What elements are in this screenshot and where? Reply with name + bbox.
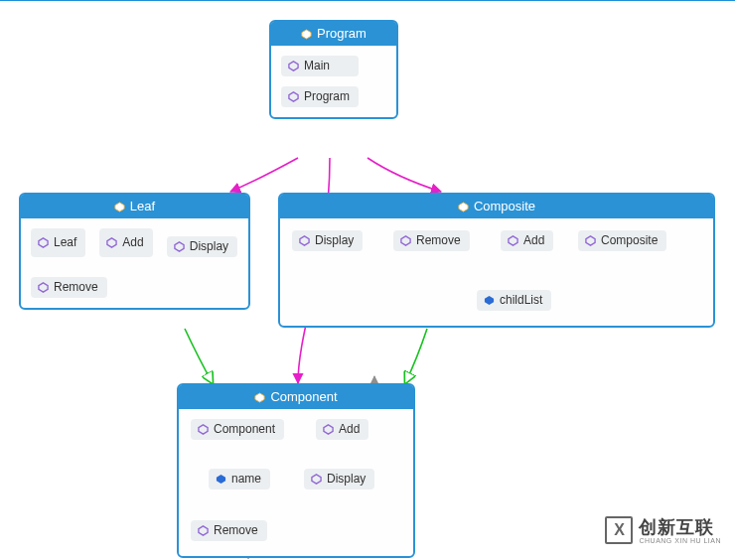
- svg-marker-6: [175, 241, 184, 250]
- svg-marker-1: [289, 61, 298, 70]
- chip-label: Leaf: [54, 235, 76, 249]
- chip-label: Remove: [416, 233, 461, 247]
- method-icon: [299, 235, 310, 246]
- box-program-body: Main Program: [271, 46, 396, 117]
- svg-marker-10: [401, 235, 410, 244]
- svg-marker-14: [255, 393, 264, 402]
- logo-mark-icon: X: [605, 516, 633, 544]
- chip-add[interactable]: Add: [501, 230, 553, 251]
- chip-label: Remove: [54, 280, 98, 294]
- arrow-leaf-to-component: [185, 329, 213, 383]
- box-composite-header: Composite: [280, 195, 713, 218]
- chip-label: Add: [339, 422, 360, 436]
- box-composite-title: Composite: [474, 199, 535, 213]
- method-icon: [198, 525, 209, 536]
- svg-marker-0: [302, 30, 311, 39]
- chip-label: Main: [304, 59, 330, 72]
- svg-marker-8: [459, 203, 468, 211]
- method-icon: [198, 424, 209, 435]
- chip-remove[interactable]: Remove: [191, 520, 267, 541]
- box-program-title: Program: [317, 26, 367, 41]
- chip-label: Display: [327, 472, 366, 486]
- chip-label: Display: [315, 233, 354, 247]
- field-icon: [484, 295, 495, 306]
- method-icon: [508, 235, 518, 246]
- chip-label: childList: [500, 293, 542, 307]
- box-composite-body: Display Remove Add Composite childList: [280, 218, 713, 326]
- chip-childlist[interactable]: childList: [477, 290, 551, 311]
- chip-add[interactable]: Add: [99, 228, 152, 257]
- arrow-composite-to-component: [405, 329, 427, 383]
- chip-display[interactable]: Display: [304, 469, 374, 490]
- class-icon: [254, 391, 265, 402]
- method-icon: [38, 282, 49, 293]
- class-icon: [301, 28, 312, 39]
- method-icon: [38, 237, 49, 248]
- svg-marker-17: [217, 474, 225, 483]
- class-icon: [458, 201, 469, 211]
- box-component-body: Component Add name Display Remove: [179, 409, 413, 556]
- svg-marker-15: [199, 424, 208, 433]
- chip-label: name: [231, 472, 261, 486]
- chip-display[interactable]: Display: [292, 230, 363, 251]
- chip-label: Add: [122, 235, 143, 249]
- field-icon: [216, 474, 226, 485]
- chip-display[interactable]: Display: [167, 236, 237, 257]
- arrow-program-to-composite: [368, 158, 441, 192]
- arrow-program-to-leaf: [230, 158, 298, 192]
- class-icon: [114, 201, 125, 211]
- chip-label: Program: [304, 89, 350, 103]
- method-icon: [323, 424, 334, 435]
- svg-marker-12: [586, 235, 595, 244]
- svg-marker-19: [199, 525, 208, 534]
- watermark-logo: X 创新互联 CHUANG XIN HU LIAN: [605, 515, 721, 544]
- chip-remove[interactable]: Remove: [31, 277, 107, 298]
- chip-label: Display: [190, 239, 228, 253]
- svg-marker-5: [107, 237, 116, 246]
- svg-marker-2: [289, 91, 298, 100]
- box-program[interactable]: Program Main Program: [269, 20, 398, 119]
- chip-label: Add: [523, 233, 544, 247]
- method-icon: [585, 235, 596, 246]
- chip-add[interactable]: Add: [316, 419, 368, 440]
- svg-marker-4: [39, 237, 48, 246]
- method-icon: [311, 474, 322, 485]
- box-program-header: Program: [271, 22, 396, 46]
- chip-component[interactable]: Component: [191, 419, 284, 440]
- method-icon: [106, 237, 117, 248]
- box-composite[interactable]: Composite Display Remove Add Composite c…: [278, 193, 715, 328]
- chip-composite[interactable]: Composite: [578, 230, 666, 251]
- chip-name[interactable]: name: [209, 469, 270, 490]
- box-leaf-title: Leaf: [130, 199, 155, 213]
- method-icon: [288, 61, 299, 71]
- chip-label: Remove: [214, 523, 258, 537]
- chip-program[interactable]: Program: [281, 86, 359, 107]
- chip-main[interactable]: Main: [281, 56, 359, 76]
- chip-leaf[interactable]: Leaf: [31, 228, 85, 257]
- svg-marker-9: [300, 235, 309, 244]
- svg-marker-18: [312, 474, 321, 483]
- svg-marker-7: [39, 282, 48, 291]
- svg-marker-11: [509, 235, 517, 244]
- box-component-header: Component: [179, 385, 413, 409]
- logo-main-text: 创新互联: [639, 517, 714, 537]
- logo-sub-text: CHUANG XIN HU LIAN: [639, 537, 721, 544]
- method-icon: [288, 91, 299, 102]
- svg-marker-13: [485, 295, 494, 304]
- box-component[interactable]: Component Component Add name Display Rem…: [177, 383, 415, 558]
- box-leaf[interactable]: Leaf Leaf Add Display Remove: [19, 193, 250, 310]
- svg-marker-16: [324, 424, 333, 433]
- chip-label: Composite: [601, 233, 658, 247]
- chip-label: Component: [214, 422, 275, 436]
- method-icon: [400, 235, 411, 246]
- svg-marker-3: [115, 203, 124, 211]
- box-leaf-header: Leaf: [21, 195, 248, 218]
- box-leaf-body: Leaf Add Display Remove: [21, 218, 248, 308]
- chip-remove[interactable]: Remove: [393, 230, 470, 251]
- method-icon: [174, 241, 185, 252]
- box-component-title: Component: [270, 389, 337, 404]
